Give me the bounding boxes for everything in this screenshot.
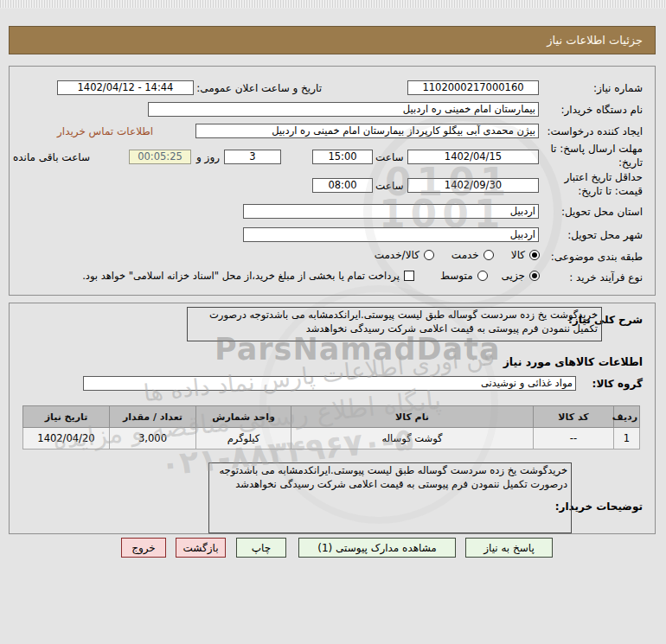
validity-label: حداقل تاریخ اعتبار قیمت: تا تاریخ: (541, 171, 643, 198)
option-goods-service-label: کالا/خدمت (375, 249, 419, 261)
deadline-hour-label: ساعت (375, 151, 404, 163)
countdown-timer: 00:05:25 (129, 150, 191, 164)
items-section-header: اطلاعات کالاهای مورد نیاز (503, 355, 643, 368)
table-row: 1 -- گوشت گوساله کیلوگرم 3,000 1402/04/2… (23, 428, 640, 450)
col-quantity: تعداد / مقدار (110, 406, 196, 428)
col-row-number: ردیف (614, 406, 640, 428)
need-details-panel: شرح کلی نیاز: خریدگوشت یخ زده سردست گوسا… (9, 303, 656, 534)
creator-field[interactable]: بیژن محمدی آبی بیگلو کارپرداز بیمارستان … (195, 124, 539, 138)
days-and-label: روز و (196, 151, 220, 163)
city-field[interactable]: اردبیل (243, 227, 539, 242)
col-item-name: نام کالا (291, 406, 534, 428)
need-details-page: جزئیات اطلاعات نیاز شماره نیاز: 11020002… (0, 0, 666, 644)
validity-hour-label: ساعت (375, 180, 404, 192)
remaining-days-field[interactable]: 3 (224, 150, 281, 164)
exit-button[interactable]: خروج (121, 538, 166, 558)
creator-label: ایجاد کننده درخواست: (547, 125, 643, 137)
remaining-hours-label: ساعت باقی مانده (13, 151, 90, 163)
radio-goods-service-icon[interactable] (424, 250, 434, 260)
classification-label: طبقه بندی موضوعی: (551, 251, 643, 263)
radio-partial-icon[interactable] (529, 271, 540, 281)
option-medium-label: متوسط (440, 270, 473, 282)
validity-time-field[interactable]: 08:00 (312, 178, 373, 193)
goods-group-label: گروه کالا: (592, 378, 643, 390)
cell-item-code: -- (534, 428, 614, 450)
option-service-label: خدمت (451, 249, 479, 261)
col-unit: واحد شمارش (196, 406, 291, 428)
process-type-label: نوع فرآیند خرید : (569, 271, 643, 284)
option-goods[interactable]: کالا (511, 249, 540, 261)
announce-datetime-label: تاریخ و ساعت اعلان عمومی: (196, 82, 322, 94)
general-desc-textarea[interactable]: خریدگوشت یخ زده سردست گوساله طبق لیست پی… (187, 307, 602, 341)
col-item-code: کد کالا (534, 406, 614, 428)
need-number-label: شماره نیاز: (593, 82, 643, 94)
top-texture-strip (0, 0, 666, 9)
page-title: جزئیات اطلاعات نیاز (9, 26, 656, 54)
treasury-checkbox-icon[interactable] (404, 271, 414, 281)
option-medium[interactable]: متوسط (440, 270, 488, 282)
cell-quantity: 3,000 (110, 428, 196, 450)
option-goods-service[interactable]: کالا/خدمت (375, 249, 434, 261)
process-type-options: جزیی متوسط پرداخت تمام یا بخشی از مبلغ خ… (82, 270, 540, 282)
respond-button[interactable]: پاسخ به نیاز (465, 538, 553, 558)
deadline-label: مهلت ارسال پاسخ: تا تاریخ: (549, 143, 643, 169)
need-info-panel: شماره نیاز: 1102000217000160 تاریخ و ساع… (9, 66, 656, 296)
cell-unit: کیلوگرم (196, 428, 291, 450)
back-button[interactable]: بازگشت (176, 538, 226, 558)
need-number-field[interactable]: 1102000217000160 (407, 80, 539, 95)
radio-goods-icon[interactable] (529, 250, 540, 260)
deadline-date-field[interactable]: 1402/04/15 (407, 150, 539, 164)
col-need-date: تاریخ نیاز (23, 406, 110, 428)
cell-need-date: 1402/04/20 (23, 428, 110, 450)
province-label: استان محل تحویل: (561, 206, 643, 218)
goods-group-field[interactable]: مواد غذائی و نوشیدنی (83, 376, 576, 391)
buyer-contact-link[interactable]: اطلاعات تماس خریدار (57, 125, 153, 137)
option-partial[interactable]: جزیی (502, 270, 540, 282)
radio-service-icon[interactable] (483, 250, 494, 260)
option-partial-label: جزیی (502, 270, 525, 282)
items-table-header-row: ردیف کد کالا نام کالا واحد شمارش تعداد /… (23, 406, 640, 428)
validity-date-field[interactable]: 1402/09/30 (407, 178, 539, 193)
city-label: شهر محل تحویل: (567, 229, 643, 241)
option-goods-label: کالا (511, 249, 525, 261)
option-service[interactable]: خدمت (451, 249, 494, 261)
view-attachments-button[interactable]: مشاهده مدارک پیوستی (1) (298, 538, 456, 558)
radio-medium-icon[interactable] (477, 271, 488, 281)
province-field[interactable]: اردبیل (243, 204, 539, 219)
treasury-option[interactable]: پرداخت تمام یا بخشی از مبلغ خرید،از محل … (82, 270, 414, 282)
announce-datetime-field[interactable]: 1402/04/12 - 14:44 (57, 80, 194, 95)
treasury-note-label: پرداخت تمام یا بخشی از مبلغ خرید،از محل … (82, 270, 400, 282)
cell-item-name: گوشت گوساله (291, 428, 534, 450)
buyer-notes-textarea[interactable]: خریدگوشت یخ زده سردست گوساله طبق لیست پی… (208, 462, 572, 533)
buyer-org-label: نام دستگاه خریدار: (561, 104, 644, 116)
deadline-time-field[interactable]: 15:00 (312, 150, 373, 164)
buyer-org-field[interactable]: بیمارستان امام خمینی ره اردبیل (148, 102, 539, 117)
print-button[interactable]: چاپ (236, 538, 286, 558)
classification-options: کالا خدمت کالا/خدمت (375, 249, 540, 261)
items-table: ردیف کد کالا نام کالا واحد شمارش تعداد /… (22, 405, 640, 450)
cell-row-number: 1 (614, 428, 640, 450)
